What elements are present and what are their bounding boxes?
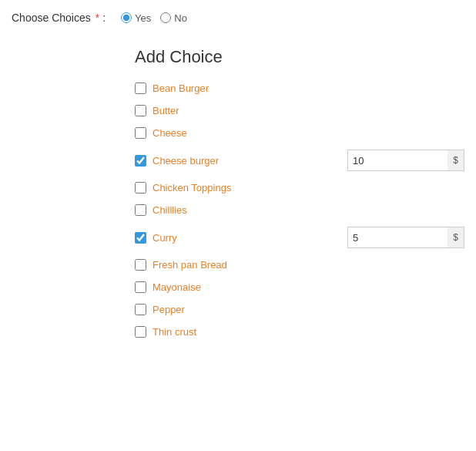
choice-checkbox-pepper[interactable] <box>135 304 146 315</box>
no-radio-label: No <box>174 12 187 24</box>
choices-list: Bean BurgerButterCheeseCheese burger$Chi… <box>135 82 464 338</box>
yes-radio-label: Yes <box>135 12 151 24</box>
choice-label-bean_burger: Bean Burger <box>153 82 464 94</box>
choice-checkbox-cheese[interactable] <box>135 127 146 139</box>
choice-label-pepper: Pepper <box>153 304 464 315</box>
choice-label-chilllies: Chilllies <box>153 204 464 216</box>
label-colon: : <box>102 12 106 24</box>
list-item: Chicken Toppings <box>135 182 464 194</box>
choice-label-fresh_pan_bread: Fresh pan Bread <box>153 259 464 271</box>
list-item: Thin crust <box>135 326 464 338</box>
list-item: Pepper <box>135 304 464 315</box>
choice-checkbox-bean_burger[interactable] <box>135 82 146 94</box>
list-item: Curry$ <box>135 227 464 248</box>
price-input-group-curry: $ <box>347 227 464 248</box>
list-item: Cheese burger$ <box>135 150 464 171</box>
main-content: Add Choice Bean BurgerButterCheeseCheese… <box>135 47 464 338</box>
no-radio-option[interactable]: No <box>160 12 187 24</box>
choice-checkbox-butter[interactable] <box>135 105 146 116</box>
choice-checkbox-chilllies[interactable] <box>135 204 146 216</box>
choice-checkbox-curry[interactable] <box>135 232 146 244</box>
list-item: Mayonaise <box>135 281 464 293</box>
list-item: Chilllies <box>135 204 464 216</box>
choice-label-cheese: Cheese <box>153 127 464 139</box>
choice-checkbox-cheese_burger[interactable] <box>135 155 146 167</box>
list-item: Bean Burger <box>135 82 464 94</box>
price-input-curry[interactable] <box>347 227 448 248</box>
currency-symbol-curry: $ <box>448 227 464 248</box>
yes-radio-input[interactable] <box>121 12 132 23</box>
choice-label-cheese_burger: Cheese burger <box>153 155 341 167</box>
choice-checkbox-thin_crust[interactable] <box>135 326 146 338</box>
label-text: Choose Choices <box>12 12 91 24</box>
yes-radio-option[interactable]: Yes <box>121 12 151 24</box>
list-item: Fresh pan Bread <box>135 259 464 271</box>
choice-checkbox-fresh_pan_bread[interactable] <box>135 259 146 271</box>
choice-label-chicken_toppings: Chicken Toppings <box>153 182 464 194</box>
currency-symbol-cheese_burger: $ <box>448 150 464 171</box>
list-item: Butter <box>135 105 464 116</box>
choice-label-thin_crust: Thin crust <box>153 326 464 338</box>
choose-choices-label: Choose Choices*: <box>12 12 106 24</box>
choice-checkbox-chicken_toppings[interactable] <box>135 182 146 194</box>
choice-label-curry: Curry <box>153 232 341 244</box>
price-input-group-cheese_burger: $ <box>347 150 464 171</box>
required-star: * <box>96 12 99 24</box>
list-item: Cheese <box>135 127 464 139</box>
choice-checkbox-mayonaise[interactable] <box>135 281 146 293</box>
price-input-cheese_burger[interactable] <box>347 150 448 171</box>
choice-label-mayonaise: Mayonaise <box>153 281 464 293</box>
yes-no-radio-group: Yes No <box>121 12 187 24</box>
choice-label-butter: Butter <box>153 105 464 116</box>
add-choice-title: Add Choice <box>135 47 464 67</box>
no-radio-input[interactable] <box>160 12 171 23</box>
